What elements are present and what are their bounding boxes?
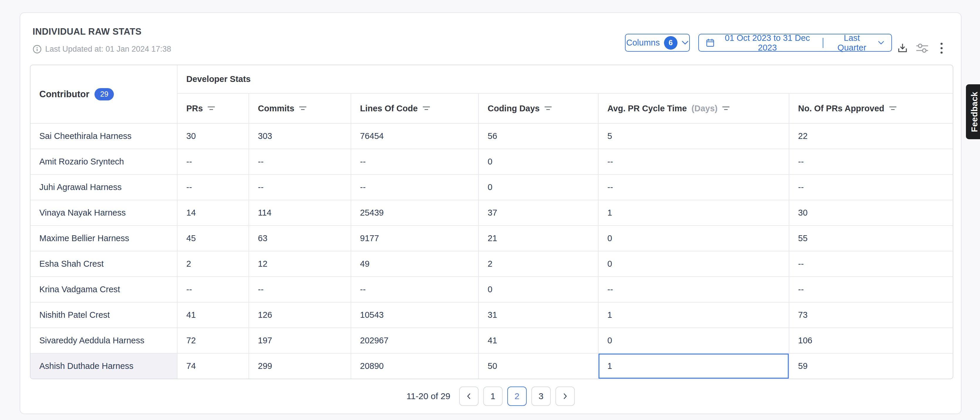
- stat-cell[interactable]: 14: [178, 200, 249, 225]
- stat-cell[interactable]: 114: [249, 200, 351, 225]
- stat-cell[interactable]: 72: [178, 328, 249, 353]
- contributor-name-cell[interactable]: Ashish Duthade Harness: [30, 354, 178, 378]
- filter-lines-icon[interactable]: [544, 106, 552, 111]
- stat-cell[interactable]: 20890: [351, 354, 479, 378]
- table-row: Esha Shah Crest 2124920--: [30, 251, 953, 276]
- table-row: Ashish Duthade Harness 742992089050159: [30, 353, 953, 378]
- stat-cell[interactable]: 56: [479, 124, 598, 149]
- feedback-tab[interactable]: Feedback: [966, 84, 980, 139]
- stat-cell[interactable]: 202967: [351, 328, 479, 353]
- stat-cell[interactable]: --: [178, 149, 249, 174]
- contributor-name-cell[interactable]: Amit Rozario Sryntech: [30, 149, 178, 174]
- filter-lines-icon[interactable]: [207, 106, 215, 111]
- stat-cell[interactable]: 37: [479, 200, 598, 225]
- stat-cell[interactable]: 5: [598, 124, 789, 149]
- stat-cell[interactable]: 76454: [351, 124, 479, 149]
- contributor-name-cell[interactable]: Esha Shah Crest: [30, 251, 178, 276]
- stat-cell[interactable]: 1: [598, 354, 789, 378]
- contributor-name-cell[interactable]: Vinaya Nayak Harness: [30, 200, 178, 225]
- download-button[interactable]: [894, 40, 911, 56]
- table-body: Sai Cheethirala Harness 303037645456522 …: [30, 123, 953, 378]
- stat-cell[interactable]: 0: [479, 175, 598, 200]
- column-header-label: No. Of PRs Approved: [798, 104, 885, 113]
- contributor-name-cell[interactable]: Krina Vadgama Crest: [30, 277, 178, 302]
- stat-cell[interactable]: 0: [479, 149, 598, 174]
- stat-cell[interactable]: 74: [178, 354, 249, 378]
- stat-cell[interactable]: 0: [598, 328, 789, 353]
- stat-cell[interactable]: 106: [789, 328, 953, 353]
- stat-cell[interactable]: --: [178, 175, 249, 200]
- filter-lines-icon[interactable]: [722, 106, 730, 111]
- stat-cell[interactable]: 31: [479, 302, 598, 327]
- stat-cell[interactable]: 197: [249, 328, 351, 353]
- stat-cell[interactable]: 25439: [351, 200, 479, 225]
- stat-cell[interactable]: 55: [789, 226, 953, 251]
- column-header-no-of-prs-approved: No. Of PRs Approved: [789, 94, 953, 123]
- stat-cell[interactable]: 10543: [351, 302, 479, 327]
- contributor-count-badge: 29: [94, 88, 114, 101]
- stat-cell[interactable]: --: [178, 277, 249, 302]
- stat-cell[interactable]: --: [598, 175, 789, 200]
- stat-cell[interactable]: 21: [479, 226, 598, 251]
- previous-page-button[interactable]: [459, 386, 479, 406]
- stat-cell[interactable]: 2: [178, 251, 249, 276]
- stat-cell[interactable]: 2: [479, 251, 598, 276]
- stat-cell[interactable]: --: [598, 149, 789, 174]
- stat-cell[interactable]: 22: [789, 124, 953, 149]
- stat-cell[interactable]: 41: [479, 328, 598, 353]
- column-header-label: Avg. PR Cycle Time: [608, 104, 687, 113]
- contributor-name-cell[interactable]: Juhi Agrawal Harness: [30, 175, 178, 200]
- stat-cell[interactable]: 0: [479, 277, 598, 302]
- stat-cell[interactable]: 126: [249, 302, 351, 327]
- table-settings-button[interactable]: [914, 40, 931, 56]
- stat-cell[interactable]: --: [789, 277, 953, 302]
- sliders-icon: [916, 43, 929, 53]
- page-button-3[interactable]: 3: [531, 386, 551, 406]
- stat-cell[interactable]: --: [789, 175, 953, 200]
- page-button-1[interactable]: 1: [483, 386, 503, 406]
- stat-cell[interactable]: 30: [789, 200, 953, 225]
- pagination-range-label: 11-20 of 29: [406, 391, 450, 401]
- stat-cell[interactable]: 49: [351, 251, 479, 276]
- stat-cell[interactable]: 303: [249, 124, 351, 149]
- stat-cell[interactable]: 73: [789, 302, 953, 327]
- contributor-name-cell[interactable]: Maxime Bellier Harness: [30, 226, 178, 251]
- filter-lines-icon[interactable]: [423, 106, 430, 111]
- stat-cell[interactable]: --: [598, 277, 789, 302]
- kebab-menu-icon: [940, 42, 943, 54]
- stat-cell[interactable]: 45: [178, 226, 249, 251]
- stat-cell[interactable]: --: [249, 175, 351, 200]
- stat-cell[interactable]: 0: [598, 226, 789, 251]
- filter-lines-icon[interactable]: [299, 106, 307, 111]
- contributor-name-cell[interactable]: Sivareddy Aeddula Harness: [30, 328, 178, 353]
- stat-cell[interactable]: --: [351, 175, 479, 200]
- stat-cell[interactable]: 30: [178, 124, 249, 149]
- stat-cell[interactable]: 1: [598, 200, 789, 225]
- stat-cell[interactable]: --: [789, 251, 953, 276]
- column-header-label: PRs: [186, 104, 203, 113]
- stat-cell[interactable]: 0: [598, 251, 789, 276]
- stat-cell[interactable]: --: [351, 277, 479, 302]
- stat-cell[interactable]: 299: [249, 354, 351, 378]
- stat-cell[interactable]: 63: [249, 226, 351, 251]
- next-page-button[interactable]: [555, 386, 575, 406]
- stat-cell[interactable]: 12: [249, 251, 351, 276]
- columns-button[interactable]: Columns 6: [625, 34, 690, 52]
- stat-cell[interactable]: --: [249, 149, 351, 174]
- stat-cell[interactable]: 1: [598, 302, 789, 327]
- filter-lines-icon[interactable]: [889, 106, 897, 111]
- stat-cell[interactable]: --: [351, 149, 479, 174]
- group-header-developer-stats: Developer Stats: [178, 65, 953, 94]
- date-range-button[interactable]: 01 Oct 2023 to 31 Dec 2023 Last Quarter: [698, 34, 892, 52]
- table-row: Amit Rozario Sryntech ------0----: [30, 149, 953, 174]
- stat-cell[interactable]: --: [249, 277, 351, 302]
- stat-cell[interactable]: 50: [479, 354, 598, 378]
- page-button-2[interactable]: 2: [508, 386, 527, 406]
- contributor-name-cell[interactable]: Nishith Patel Crest: [30, 302, 178, 327]
- stat-cell[interactable]: 59: [789, 354, 953, 378]
- more-options-button[interactable]: [933, 40, 950, 56]
- stat-cell[interactable]: 41: [178, 302, 249, 327]
- stat-cell[interactable]: 9177: [351, 226, 479, 251]
- contributor-name-cell[interactable]: Sai Cheethirala Harness: [30, 124, 178, 149]
- stat-cell[interactable]: --: [789, 149, 953, 174]
